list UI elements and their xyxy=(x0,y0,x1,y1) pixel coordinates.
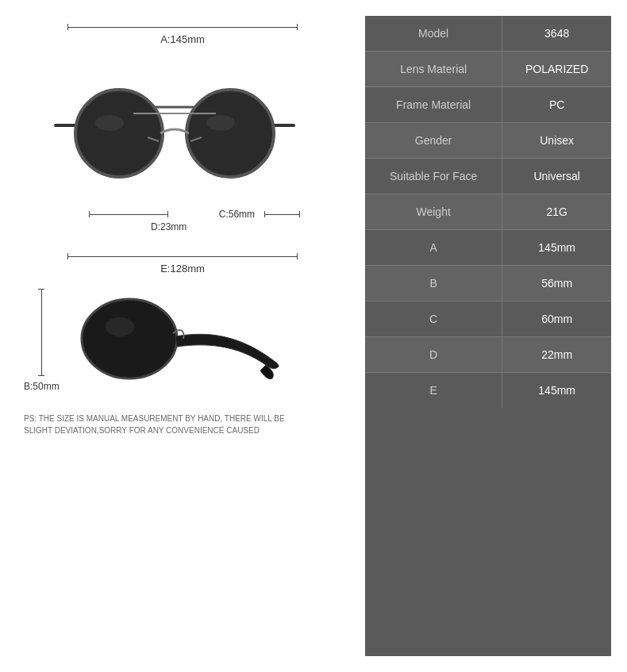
glasses-side-image xyxy=(66,287,288,394)
dim-c-label: C:56mm xyxy=(219,209,255,220)
table-row: Lens MaterialPOLARIZED xyxy=(365,52,611,87)
dim-e-label: E:128mm xyxy=(48,263,317,275)
table-row: E145mm xyxy=(365,373,611,409)
spec-value: 145mm xyxy=(502,373,611,409)
table-row: Model3648 xyxy=(365,16,611,52)
table-row: GenderUnisex xyxy=(365,123,611,159)
spec-value: Unisex xyxy=(502,123,611,159)
ps-disclaimer: PS: THE SIZE IS MANUAL MEASUREMENT BY HA… xyxy=(24,413,310,436)
spec-label: B xyxy=(365,266,502,301)
svg-point-5 xyxy=(187,90,274,177)
spec-label: Lens Material xyxy=(365,52,502,87)
spec-label: Frame Material xyxy=(365,87,502,123)
specs-table: Model3648Lens MaterialPOLARIZEDFrame Mat… xyxy=(365,16,611,408)
spec-label: Model xyxy=(365,16,502,52)
spec-label: D xyxy=(365,337,502,373)
table-row: Suitable For FaceUniversal xyxy=(365,159,611,194)
spec-value: 60mm xyxy=(502,301,611,337)
specs-panel: Model3648Lens MaterialPOLARIZEDFrame Mat… xyxy=(365,16,611,656)
table-row: A145mm xyxy=(365,230,611,266)
table-row: Weight21G xyxy=(365,194,611,230)
spec-value: Universal xyxy=(502,159,611,194)
spec-value: PC xyxy=(502,87,611,123)
spec-value: 56mm xyxy=(502,266,611,301)
spec-label: Weight xyxy=(365,194,502,230)
table-row: D22mm xyxy=(365,337,611,373)
spec-label: E xyxy=(365,373,502,409)
spec-label: Gender xyxy=(365,123,502,159)
spec-value: 21G xyxy=(502,194,611,230)
spec-value: 3648 xyxy=(502,16,611,52)
spec-value: 22mm xyxy=(502,337,611,373)
table-row: B56mm xyxy=(365,266,611,301)
spec-label: A xyxy=(365,230,502,266)
svg-point-3 xyxy=(75,90,163,177)
dim-b-label: B:50mm xyxy=(24,381,60,392)
left-panel: A:145mm xyxy=(16,16,349,656)
dim-a-label: A:145mm xyxy=(48,33,317,45)
table-row: C60mm xyxy=(365,301,611,337)
spec-label: C xyxy=(365,301,502,337)
svg-point-6 xyxy=(206,115,235,131)
dim-d-label: D:23mm xyxy=(48,221,341,232)
svg-point-11 xyxy=(106,317,134,336)
spec-value: POLARIZED xyxy=(502,52,611,87)
svg-point-4 xyxy=(95,115,124,131)
svg-point-10 xyxy=(82,299,177,378)
spec-value: 145mm xyxy=(502,230,611,266)
table-row: Frame MaterialPC xyxy=(365,87,611,123)
glasses-front-image xyxy=(24,58,325,201)
spec-label: Suitable For Face xyxy=(365,159,502,194)
